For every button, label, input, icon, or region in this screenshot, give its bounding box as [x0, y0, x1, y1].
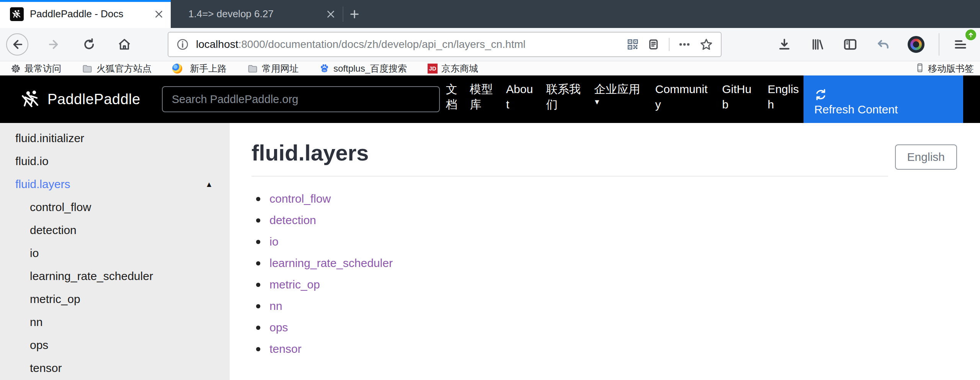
refresh-icon: [814, 88, 827, 101]
sidebar-icon: [843, 37, 858, 52]
language-toggle-button[interactable]: English: [895, 144, 957, 170]
mobile-phone-icon: [915, 63, 925, 74]
site-navbar: PaddlePaddle 文档 模型库 About 联系我们 企业应用▾ Com…: [0, 75, 980, 123]
gear-icon: [11, 64, 21, 74]
jd-icon: JD: [428, 64, 438, 74]
url-bar[interactable]: localhost:8000/documentation/docs/zh/dev…: [168, 32, 722, 57]
list-item: ops: [252, 317, 888, 338]
bookmark-most-visited[interactable]: 最常访问: [11, 62, 61, 75]
url-path: :8000/documentation/docs/zh/develop/api_…: [238, 38, 526, 50]
back-button[interactable]: [6, 33, 28, 56]
reload-button[interactable]: [80, 35, 99, 54]
link-io[interactable]: io: [270, 235, 278, 248]
paddlepaddle-logo-icon: [21, 89, 41, 110]
list-item: nn: [252, 295, 888, 317]
forward-button[interactable]: [44, 35, 64, 54]
qr-extension-icon[interactable]: [627, 38, 639, 51]
list-item: control_flow: [252, 188, 888, 210]
active-tab-accent: [0, 0, 171, 2]
bookmark-mobile-bookmarks[interactable]: 移动版书签: [915, 62, 974, 75]
url-text: localhost:8000/documentation/docs/zh/dev…: [196, 38, 618, 51]
list-item: tensor: [252, 338, 888, 360]
list-item: detection: [252, 210, 888, 231]
title-divider: [252, 176, 888, 177]
nav-item-english[interactable]: English: [768, 82, 804, 112]
link-detection[interactable]: detection: [270, 214, 316, 227]
bullet-icon: [256, 283, 260, 287]
sidebar-item-fluid-layers[interactable]: fluid.layers ▲: [0, 173, 230, 196]
undo-extension-button[interactable]: [874, 35, 893, 54]
nav-item-models[interactable]: 模型库: [470, 82, 495, 112]
nav-item-github[interactable]: GitHub: [722, 82, 756, 112]
nav-item-docs[interactable]: 文档: [446, 82, 458, 112]
link-tensor[interactable]: tensor: [270, 342, 301, 355]
page-body: fluid.initializer fluid.io fluid.layers …: [0, 123, 980, 380]
link-metric-op[interactable]: metric_op: [270, 278, 320, 291]
bookmark-common-sites[interactable]: 常用网址: [247, 62, 299, 75]
sidebar-item-learning-rate-scheduler[interactable]: learning_rate_scheduler: [0, 265, 230, 288]
folder-icon: [247, 63, 258, 74]
sidebar-item-detection[interactable]: detection: [0, 219, 230, 242]
svg-text:du: du: [323, 69, 326, 72]
nav-item-enterprise[interactable]: 企业应用▾: [594, 82, 644, 107]
paddlepaddle-logo[interactable]: PaddlePaddle: [21, 75, 140, 123]
firefox-icon: [172, 64, 182, 74]
plus-icon: [349, 9, 360, 20]
tab-title: 1.4=> develop 6.27: [171, 8, 319, 20]
sidebar-item-io[interactable]: io: [0, 242, 230, 265]
docs-sidebar: fluid.initializer fluid.io fluid.layers …: [0, 123, 230, 380]
tab-develop[interactable]: 1.4=> develop 6.27: [171, 0, 343, 28]
link-learning-rate-scheduler[interactable]: learning_rate_scheduler: [270, 257, 393, 270]
bookmark-baidu-search[interactable]: du softplus_百度搜索: [319, 62, 407, 75]
bookmark-firefox-official[interactable]: 火狐官方站点: [82, 62, 152, 75]
close-tab-icon[interactable]: [324, 8, 337, 21]
page-title: fluid.layers: [252, 140, 888, 166]
reload-icon: [82, 38, 96, 51]
bookmark-jd-mall[interactable]: JD 京东商城: [428, 62, 478, 75]
forward-arrow-icon: [47, 38, 60, 51]
close-tab-icon[interactable]: [152, 8, 165, 21]
sidebar-item-nn[interactable]: nn: [0, 311, 230, 334]
collapse-triangle-icon[interactable]: ▲: [205, 173, 213, 196]
link-control-flow[interactable]: control_flow: [270, 192, 331, 205]
sidebar-toggle-button[interactable]: [841, 35, 860, 54]
tab-paddlepaddle-docs[interactable]: PaddlePaddle - Docs: [0, 0, 171, 28]
site-search-input[interactable]: [162, 86, 440, 112]
sidebar-item-fluid-io[interactable]: fluid.io: [0, 150, 230, 173]
link-nn[interactable]: nn: [270, 300, 282, 313]
undo-arrow-icon: [876, 37, 890, 52]
sidebar-item-ops[interactable]: ops: [0, 334, 230, 357]
refresh-button-label: Refresh Content: [814, 101, 898, 118]
downloads-button[interactable]: [775, 35, 794, 54]
page-actions-icon[interactable]: [678, 38, 691, 51]
chevron-down-icon: ▾: [595, 97, 644, 107]
content-area: fluid.layers English control_flow detect…: [230, 123, 980, 380]
reader-mode-icon[interactable]: [647, 38, 660, 51]
sidebar-item-control-flow[interactable]: control_flow: [0, 196, 230, 219]
bullet-icon: [256, 197, 260, 201]
nav-item-about[interactable]: About: [506, 82, 535, 112]
new-tab-button[interactable]: [343, 0, 366, 28]
bullet-icon: [256, 218, 260, 223]
nav-item-contact[interactable]: 联系我们: [546, 82, 583, 112]
module-link-list: control_flow detection io learning_rate_…: [252, 188, 888, 360]
baidu-paw-icon: du: [319, 63, 330, 74]
link-ops[interactable]: ops: [270, 321, 288, 334]
tab-bar: PaddlePaddle - Docs 1.4=> develop 6.27: [0, 0, 980, 28]
bookmark-getting-started[interactable]: 新手上路: [172, 62, 227, 75]
refresh-content-button[interactable]: Refresh Content: [804, 75, 963, 123]
lens-extension-button[interactable]: [906, 35, 926, 54]
bookmark-star-icon[interactable]: [699, 38, 713, 51]
sidebar-item-metric-op[interactable]: metric_op: [0, 288, 230, 311]
update-badge-icon[interactable]: [965, 29, 976, 40]
library-button[interactable]: [808, 35, 827, 54]
bullet-icon: [256, 347, 260, 351]
brand-name: PaddlePaddle: [47, 91, 140, 108]
list-item: metric_op: [252, 274, 888, 295]
nav-item-community[interactable]: Community: [655, 82, 711, 112]
sidebar-item-tensor[interactable]: tensor: [0, 357, 230, 380]
site-info-icon[interactable]: [176, 38, 189, 51]
sidebar-item-fluid-initializer[interactable]: fluid.initializer: [0, 127, 230, 150]
home-button[interactable]: [115, 35, 134, 54]
list-item: learning_rate_scheduler: [252, 252, 888, 274]
